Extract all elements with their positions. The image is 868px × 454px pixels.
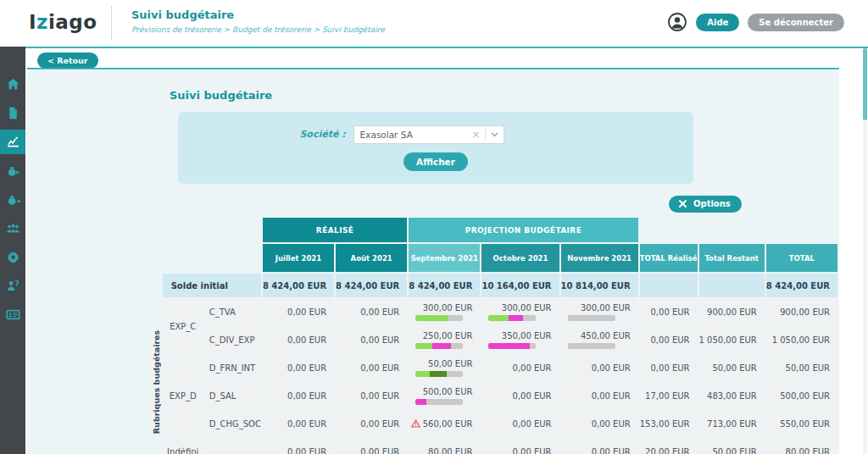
amount-text: 900,00 EUR (766, 307, 837, 317)
filter-panel: Société : Exasolar SA × Afficher (178, 112, 693, 184)
amount-text: 80,00 EUR (409, 447, 480, 454)
cash-out-icon (6, 163, 20, 178)
sidebar-item-cash-in[interactable] (0, 187, 25, 212)
amount-text: 153,00 EUR (640, 419, 698, 429)
amount-cell: 450,00 EUR (561, 327, 638, 353)
amount-text: 0,00 EUR (336, 307, 407, 317)
amount-text: 300,00 EUR (561, 303, 638, 313)
progress-segment (451, 343, 463, 349)
solde-value: 10 814,00 EUR (561, 274, 638, 297)
amount-cell: 20,00 EUR (640, 439, 698, 454)
header-spacer (151, 218, 261, 242)
progress-segment (447, 371, 463, 377)
banner-realise: RÉALISÉ (263, 218, 407, 242)
progress-segment (430, 371, 447, 377)
back-button[interactable]: < Retour (37, 53, 98, 69)
scrollbar-thumb[interactable] (863, 48, 867, 120)
logo-part: iago (48, 11, 97, 33)
amount-text: 0,00 EUR (561, 447, 638, 454)
options-button[interactable]: Options (669, 196, 742, 213)
amount-cell: 153,00 EUR (640, 411, 698, 437)
logout-button[interactable]: Se déconnecter (748, 14, 844, 31)
total-header: TOTAL (766, 244, 837, 272)
warning-icon (411, 419, 420, 429)
amount-text: 350,00 EUR (481, 331, 559, 340)
amount-text: 0,00 EUR (336, 335, 407, 345)
total-header: TOTAL Réalisé (640, 244, 698, 272)
amount-text: 450,00 EUR (561, 331, 638, 340)
code-cell: C_DIV_EXP (205, 327, 261, 353)
header-spacer (640, 218, 837, 242)
progress-segment (568, 343, 615, 349)
company-select[interactable]: Exasolar SA × (353, 125, 504, 144)
progress-segment (488, 343, 529, 349)
user-avatar-icon[interactable] (667, 12, 687, 32)
sidebar-item-user-help[interactable]: ? (0, 274, 25, 298)
progress-bar (568, 343, 615, 349)
sidebar-item-chart[interactable] (0, 130, 25, 154)
amount-cell: 0,00 EUR (336, 355, 407, 381)
amount-cell: 560,00 EUR (409, 411, 480, 437)
app-logo: Iziago (29, 11, 97, 33)
sidebar-item-id-card[interactable] (0, 302, 25, 327)
sidebar-item-team[interactable] (0, 216, 25, 241)
progress-segment (415, 371, 430, 377)
amount-text: 50,00 EUR (699, 447, 765, 454)
solde-value: 10 164,00 EUR (481, 274, 559, 297)
progress-segment (523, 315, 537, 321)
amount-cell: 0,00 EUR (481, 383, 559, 409)
amount-cell: 0,00 EUR (481, 355, 559, 381)
progress-segment (448, 315, 463, 321)
amount-cell: 80,00 EUR (409, 439, 480, 454)
amount-text: 560,00 EUR (409, 419, 480, 429)
sidebar-item-home[interactable] (0, 72, 25, 97)
help-button[interactable]: Aide (696, 14, 739, 31)
show-button[interactable]: Afficher (403, 152, 468, 171)
vertical-scrollbar[interactable] (863, 48, 867, 454)
month-header: Octobre 2021 (481, 244, 559, 272)
amount-cell: 0,00 EUR (640, 299, 698, 325)
clear-selection-icon[interactable]: × (468, 129, 485, 141)
amount-cell: 713,00 EUR (699, 411, 765, 437)
sidebar-item-cash-out[interactable] (0, 158, 25, 183)
progress-segment (415, 343, 432, 349)
solde-value (699, 274, 765, 297)
amount-text: 50,00 EUR (699, 363, 765, 373)
solde-value: 8 424,00 EUR (766, 274, 837, 297)
progress-bar (568, 315, 615, 321)
amount-text: 0,00 EUR (481, 363, 559, 373)
company-label: Société : (299, 129, 345, 140)
progress-bar (415, 371, 463, 377)
amount-text: 483,00 EUR (699, 391, 765, 401)
amount-text: 0,00 EUR (640, 363, 698, 373)
amount-cell: 0,00 EUR (561, 383, 638, 409)
amount-cell: 1 050,00 EUR (766, 327, 837, 353)
chevron-down-icon[interactable] (486, 132, 504, 137)
amount-text: 250,00 EUR (409, 331, 480, 340)
amount-cell: 0,00 EUR (263, 299, 334, 325)
sidebar-item-document[interactable] (0, 101, 25, 125)
top-header: Iziago Suivi budgétaire Prévisions de tr… (0, 0, 868, 47)
group-cell: Indéfini (163, 439, 203, 454)
total-header: Total Restant (699, 244, 765, 272)
amount-text: 17,00 EUR (640, 391, 698, 401)
team-icon (6, 221, 20, 235)
amount-text: 80,00 EUR (766, 447, 837, 454)
options-button-label: Options (693, 199, 731, 208)
sidebar-item-settings[interactable] (0, 245, 25, 269)
amount-text: 550,00 EUR (766, 419, 837, 429)
amount-cell: 900,00 EUR (766, 299, 837, 325)
amount-cell: 500,00 EUR (766, 383, 837, 409)
code-cell: D_CHG_SOC (205, 411, 261, 437)
month-header: Novembre 2021 (561, 244, 638, 272)
user-help-icon: ? (6, 279, 20, 293)
progress-segment (415, 399, 426, 405)
progress-segment (488, 315, 509, 321)
amount-text: 0,00 EUR (263, 419, 334, 429)
amount-cell: 500,00 EUR (409, 383, 480, 409)
month-header: Juillet 2021 (263, 244, 334, 272)
amount-cell: 0,00 EUR (336, 383, 407, 409)
axis-label: Rubriques budgétaires (151, 330, 160, 434)
amount-text: 0,00 EUR (640, 335, 698, 345)
logo-accent: z (36, 11, 48, 33)
